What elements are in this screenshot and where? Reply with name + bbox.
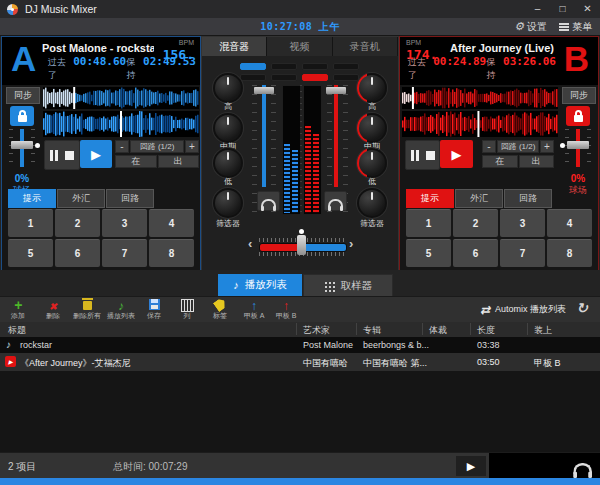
- deck-b-loop-double-button[interactable]: +: [540, 140, 554, 153]
- deck-b-tab-cue[interactable]: 提示: [406, 189, 454, 208]
- deck-b-headphone-cue-button[interactable]: [324, 191, 347, 211]
- crossfader-right-arrow[interactable]: ›: [349, 236, 353, 251]
- load-deck-a-button[interactable]: 甲板 A: [237, 298, 271, 322]
- deck-b-eq-mid-knob[interactable]: [357, 113, 387, 143]
- deck-a-pad-2[interactable]: 2: [55, 209, 100, 237]
- deck-a-tab-cue[interactable]: 提示: [8, 189, 56, 208]
- deck-b-pad-8[interactable]: 8: [547, 239, 592, 267]
- maximize-button[interactable]: □: [550, 0, 575, 18]
- tab-mixer[interactable]: 混音器: [202, 37, 267, 56]
- tab-video[interactable]: 视频: [267, 37, 332, 56]
- deck-a-filter-knob[interactable]: [213, 188, 243, 218]
- deck-a-eq-high-knob[interactable]: [213, 73, 243, 103]
- tab-sampler[interactable]: 取样器: [303, 274, 393, 298]
- table-row[interactable]: rockstar Post Malone beerbongs & b... 03…: [0, 337, 600, 353]
- deck-b-pad-2[interactable]: 2: [453, 209, 498, 237]
- deck-b-keylock-button[interactable]: [566, 106, 590, 126]
- deck-b-pad-4[interactable]: 4: [547, 209, 592, 237]
- deck-b-tab-loop[interactable]: 回路: [504, 189, 552, 208]
- deck-b-waveform-detail[interactable]: [402, 111, 558, 137]
- deck-a-pad-4[interactable]: 4: [149, 209, 194, 237]
- deck-a-pad-8[interactable]: 8: [149, 239, 194, 267]
- deck-b-pad-3[interactable]: 3: [500, 209, 545, 237]
- column-genre[interactable]: 体裁: [429, 324, 447, 337]
- crossfader-handle[interactable]: [297, 235, 306, 255]
- deck-b-eq-high-knob[interactable]: [357, 73, 387, 103]
- settings-button[interactable]: 设置: [514, 20, 547, 34]
- deck-a-eq-mid-knob[interactable]: [213, 113, 243, 143]
- deck-b-play-button[interactable]: [440, 140, 473, 168]
- deck-b-eq-low-knob[interactable]: [357, 148, 387, 178]
- deck-a-pad-6[interactable]: 6: [55, 239, 100, 267]
- deck-b-loop-half-button[interactable]: -: [482, 140, 496, 153]
- deck-b-loop-out-button[interactable]: 出: [519, 155, 555, 168]
- deck-a-volume-fader[interactable]: [262, 85, 266, 187]
- deck-a-eq-low-knob[interactable]: [213, 148, 243, 178]
- deck-a-sync-button[interactable]: 同步: [6, 87, 40, 104]
- deck-b-pad-1[interactable]: 1: [406, 209, 451, 237]
- deck-b-pad-5[interactable]: 5: [406, 239, 451, 267]
- automix-button[interactable]: Automix 播放列表: [480, 296, 566, 322]
- menu-button[interactable]: 菜单: [559, 20, 592, 34]
- delete-button[interactable]: 删除: [36, 298, 70, 322]
- deck-b-volume-fader[interactable]: [334, 85, 338, 187]
- deck-a-pause-stop-button[interactable]: [44, 140, 80, 170]
- tab-recorder[interactable]: 录音机: [333, 37, 398, 56]
- tab-playlist[interactable]: 播放列表: [218, 274, 302, 296]
- repeat-button[interactable]: [572, 298, 592, 318]
- deck-b-loop-in-button[interactable]: 在: [482, 155, 518, 168]
- preview-play-button[interactable]: [456, 456, 486, 476]
- deck-a-tab-loop[interactable]: 回路: [106, 189, 154, 208]
- deck-a-tab-fx[interactable]: 外汇: [57, 189, 105, 208]
- deck-a-loop-in-button[interactable]: 在: [115, 155, 157, 168]
- column-artist[interactable]: 艺术家: [303, 324, 330, 337]
- deck-b-pause-stop-button[interactable]: [405, 140, 440, 170]
- tags-button[interactable]: 标签: [203, 298, 237, 322]
- shuffle-icon: [480, 300, 490, 318]
- deck-a-pad-3[interactable]: 3: [102, 209, 147, 237]
- deck-a-loop-out-button[interactable]: 出: [158, 155, 200, 168]
- minimize-button[interactable]: –: [525, 0, 550, 18]
- add-button[interactable]: 添加: [1, 298, 35, 322]
- column-album[interactable]: 专辑: [363, 324, 381, 337]
- close-button[interactable]: ✕: [575, 0, 600, 18]
- columns-button[interactable]: 列: [170, 298, 204, 322]
- deck-a-loop-half-button[interactable]: -: [115, 140, 129, 153]
- deck-a-volume-handle[interactable]: [254, 87, 274, 94]
- deck-a-pad-5[interactable]: 5: [8, 239, 53, 267]
- deck-a-pitch-handle[interactable]: [11, 141, 33, 149]
- deck-a-pad-1[interactable]: 1: [8, 209, 53, 237]
- deck-a-side-rail: 同步 0% 球场: [2, 85, 42, 189]
- column-title[interactable]: 标题: [8, 324, 26, 337]
- load-deck-b-button[interactable]: 甲板 B: [269, 298, 303, 322]
- table-row[interactable]: 《After Journey》-艾福杰尼 中国有嘻哈 中国有嘻哈 第... 03…: [0, 353, 600, 371]
- headphone-icon[interactable]: [573, 463, 592, 474]
- deck-b-pitch-slider[interactable]: [558, 129, 598, 167]
- column-length[interactable]: 长度: [477, 324, 495, 337]
- deck-b-pad-7[interactable]: 7: [500, 239, 545, 267]
- deck-a-headphone-cue-button[interactable]: [257, 191, 280, 211]
- deck-a-keylock-button[interactable]: [10, 106, 34, 126]
- deck-b-waveform-overview[interactable]: [402, 87, 558, 109]
- deck-a-play-button[interactable]: [80, 140, 112, 168]
- deck-b-sync-button[interactable]: 同步: [562, 87, 596, 104]
- deck-b-tab-fx[interactable]: 外汇: [455, 189, 503, 208]
- deck-b-filter-knob[interactable]: [357, 188, 387, 218]
- save-button[interactable]: 保存: [137, 298, 171, 322]
- deck-a-waveform-overview[interactable]: [43, 87, 199, 109]
- deck-a-pad-7[interactable]: 7: [102, 239, 147, 267]
- headphone-icon: [261, 199, 276, 208]
- column-deck[interactable]: 装上: [534, 324, 552, 337]
- crossfader-left-arrow[interactable]: ‹: [248, 236, 252, 251]
- delete-all-button[interactable]: 删除所有: [70, 298, 104, 322]
- deck-a-loop-double-button[interactable]: +: [185, 140, 199, 153]
- deck-b-volume-handle[interactable]: [326, 87, 346, 94]
- playlist-button[interactable]: 播放列表: [104, 298, 138, 322]
- deck-b-loop-length[interactable]: 回路 (1/2): [497, 140, 539, 153]
- deck-a-pitch-slider[interactable]: [2, 129, 42, 167]
- deck-a-loop-length[interactable]: 回路 (1/2): [130, 140, 184, 153]
- deck-a-waveform-detail[interactable]: [43, 111, 199, 137]
- clock-display: 10:27:08 上午: [0, 20, 600, 34]
- deck-b-pitch-handle[interactable]: [567, 141, 589, 149]
- deck-b-pad-6[interactable]: 6: [453, 239, 498, 267]
